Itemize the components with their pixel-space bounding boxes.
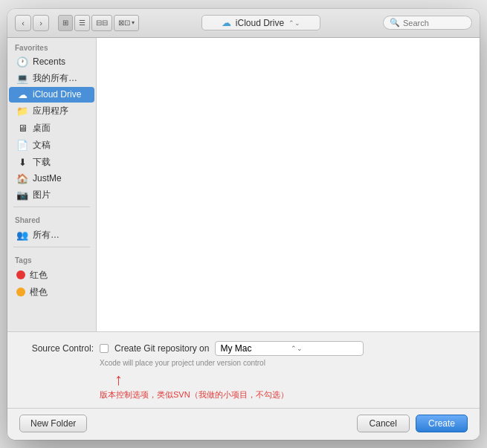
location-chevron-icon: ⌃⌄ (288, 19, 300, 27)
sidebar-docs-label: 文稿 (33, 139, 51, 152)
my-mac-value: My Mac (220, 343, 288, 354)
tags-label: Tags (7, 250, 96, 267)
icloud-icon: ☁ (16, 89, 28, 100)
search-input[interactable] (403, 19, 462, 27)
red-arrow-icon: ↑ (115, 371, 123, 388)
gallery-icon: ⊠⊡ (118, 19, 130, 27)
git-label: Create Git repository on (115, 343, 209, 354)
search-bar: 🔍 (383, 16, 472, 30)
sidebar-divider-2 (13, 247, 90, 247)
back-button[interactable]: ‹ (15, 15, 31, 31)
create-button[interactable]: Create (416, 415, 468, 432)
sidebar-item-all-shared[interactable]: 👥 所有… (9, 227, 94, 244)
recents-icon: 🕐 (16, 56, 28, 68)
forward-icon: › (39, 19, 42, 27)
search-icon: 🔍 (390, 18, 400, 27)
view-icon-btn[interactable]: ⊞ (58, 15, 73, 31)
sidebar-orange-label: 橙色 (30, 286, 48, 299)
xcode-note: Xcode will place your project under vers… (100, 359, 468, 367)
sidebar-item-red-tag[interactable]: 红色 (9, 267, 94, 284)
sidebar-item-justme[interactable]: 🏠 JustMe (9, 171, 94, 186)
location-dropdown[interactable]: ☁ iCloud Drive ⌃⌄ (201, 15, 320, 30)
shared-icon: 👥 (16, 230, 28, 241)
my-all-icon: 💻 (16, 73, 28, 84)
grid-icon: ⊞ (62, 19, 68, 27)
sidebar-item-icloud[interactable]: ☁ iCloud Drive (9, 87, 94, 103)
forward-button[interactable]: › (33, 15, 49, 31)
sidebar: Favorites 🕐 Recents 💻 我的所有… ☁ iCloud Dri… (7, 38, 97, 331)
location-bar: ☁ iCloud Drive ⌃⌄ (145, 15, 377, 30)
sidebar-item-recents[interactable]: 🕐 Recents (9, 54, 94, 70)
shared-label: Shared (7, 210, 96, 227)
bottom-buttons: New Folder Cancel Create (7, 408, 480, 440)
view-gallery-btn[interactable]: ⊠⊡ ▾ (114, 15, 139, 31)
sidebar-my-all-label: 我的所有… (33, 72, 77, 85)
view-list-btn[interactable]: ☰ (74, 15, 90, 31)
view-buttons: ⊞ ☰ ⊟⊟ ⊠⊡ ▾ (58, 15, 139, 31)
main-area: Favorites 🕐 Recents 💻 我的所有… ☁ iCloud Dri… (7, 38, 480, 331)
columns-icon: ⊟⊟ (96, 19, 108, 27)
sidebar-item-my-all[interactable]: 💻 我的所有… (9, 70, 94, 87)
toolbar: ‹ › ⊞ ☰ ⊟⊟ ⊠⊡ ▾ ☁ iCloud Drive (7, 9, 480, 38)
sidebar-red-label: 红色 (30, 269, 48, 282)
sidebar-icloud-label: iCloud Drive (33, 89, 81, 100)
back-icon: ‹ (22, 19, 25, 27)
nav-buttons: ‹ › (15, 15, 49, 31)
dropdown-arrows-icon: ⌃⌄ (291, 345, 358, 352)
file-area (97, 38, 480, 331)
sidebar-item-downloads[interactable]: ⬇ 下载 (9, 154, 94, 171)
new-folder-button[interactable]: New Folder (19, 415, 87, 432)
source-control-row: Source Control: Create Git repository on… (19, 341, 468, 356)
sidebar-item-orange-tag[interactable]: 橙色 (9, 284, 94, 301)
view-columns-btn[interactable]: ⊟⊟ (91, 15, 112, 31)
location-text: iCloud Drive (236, 18, 284, 28)
sidebar-downloads-label: 下载 (33, 156, 51, 169)
sidebar-divider-1 (13, 207, 90, 207)
cloud-icon: ☁ (222, 17, 231, 28)
sidebar-all-shared-label: 所有… (33, 229, 59, 241)
annotation-text: 版本控制选项，类似SVN（我做的小项目，不勾选） (100, 389, 288, 400)
sidebar-item-pictures[interactable]: 📷 图片 (9, 186, 94, 204)
sidebar-apps-label: 应用程序 (33, 105, 68, 117)
arrow-annotation: ↑ 版本控制选项，类似SVN（我做的小项目，不勾选） (100, 371, 468, 400)
justme-icon: 🏠 (16, 173, 28, 184)
list-icon: ☰ (79, 19, 86, 27)
sidebar-justme-label: JustMe (33, 173, 62, 184)
sidebar-item-desktop[interactable]: 🖥 桌面 (9, 120, 94, 137)
orange-tag-dot (16, 288, 25, 296)
save-dialog: ‹ › ⊞ ☰ ⊟⊟ ⊠⊡ ▾ ☁ iCloud Drive (7, 9, 480, 440)
sidebar-pictures-label: 图片 (33, 189, 51, 201)
red-tag-dot (16, 270, 25, 279)
downloads-icon: ⬇ (16, 157, 28, 168)
right-buttons: Cancel Create (357, 415, 468, 432)
desktop-icon: 🖥 (16, 123, 28, 134)
source-control-section: Source Control: Create Git repository on… (7, 331, 480, 408)
cancel-button[interactable]: Cancel (357, 415, 410, 432)
sidebar-item-apps[interactable]: 📁 应用程序 (9, 103, 94, 120)
view-dropdown-arrow: ▾ (132, 19, 135, 26)
sidebar-recents-label: Recents (33, 56, 65, 67)
my-mac-dropdown[interactable]: My Mac ⌃⌄ (215, 341, 364, 356)
git-checkbox[interactable] (100, 344, 109, 353)
sidebar-item-docs[interactable]: 📄 文稿 (9, 137, 94, 154)
source-control-label: Source Control: (19, 343, 94, 354)
docs-icon: 📄 (16, 140, 28, 151)
favorites-label: Favorites (7, 38, 96, 54)
sidebar-desktop-label: 桌面 (33, 122, 51, 134)
pictures-icon: 📷 (16, 189, 28, 201)
apps-icon: 📁 (16, 105, 28, 117)
